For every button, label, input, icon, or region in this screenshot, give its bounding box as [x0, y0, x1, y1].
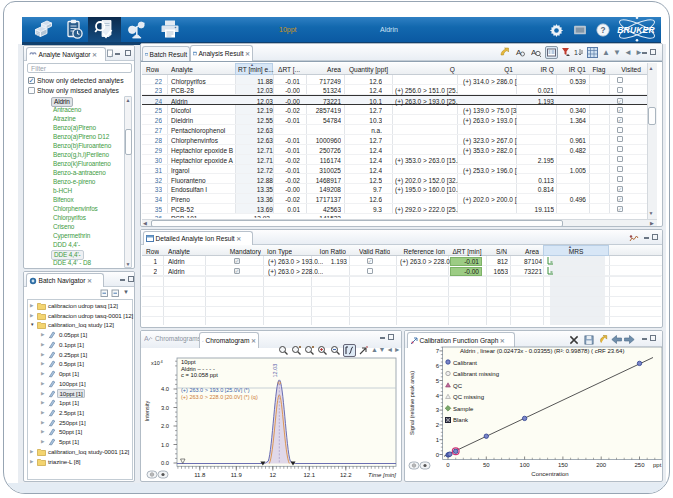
- svg-text:Signal (relative peak area): Signal (relative peak area): [409, 371, 415, 435]
- svg-text:(+) 263.0 > 228.0 [20.0V] (*): (+) 263.0 > 228.0 [20.0V] (*) (q): [181, 394, 258, 400]
- svg-text:ppt: ppt: [653, 462, 662, 468]
- svg-text:Concentration: Concentration: [531, 471, 568, 477]
- svg-text:1: 1: [574, 49, 578, 56]
- svg-text:1.0: 1.0: [161, 442, 169, 448]
- svg-text:Calibrant missing: Calibrant missing: [453, 371, 499, 377]
- svg-text:11.8: 11.8: [194, 472, 206, 478]
- svg-text:12.03: 12.03: [272, 364, 278, 378]
- svg-text:5: 5: [436, 378, 440, 384]
- svg-text:QC: QC: [453, 383, 463, 389]
- svg-text:12.2: 12.2: [340, 472, 352, 478]
- svg-text:0: 0: [436, 452, 440, 458]
- svg-text:4.0: 4.0: [161, 386, 169, 392]
- svg-text:100: 100: [520, 462, 531, 468]
- svg-text:50: 50: [483, 462, 490, 468]
- svg-text:Calibrant: Calibrant: [453, 360, 477, 366]
- svg-text:6: 6: [436, 363, 440, 369]
- svg-text:7: 7: [436, 348, 440, 354]
- svg-text:2.0: 2.0: [161, 423, 169, 429]
- svg-text:4: 4: [436, 393, 440, 399]
- svg-text:BRUKER: BRUKER: [617, 25, 655, 35]
- svg-text:2: 2: [436, 422, 440, 428]
- svg-text:Blank: Blank: [453, 417, 469, 423]
- svg-text:(+) 263.0 > 193.0 [25.0V] (*): (+) 263.0 > 193.0 [25.0V] (*): [181, 387, 250, 393]
- svg-text:0.0: 0.0: [161, 460, 169, 466]
- svg-text:c = 10.058 ppt: c = 10.058 ppt: [181, 372, 218, 378]
- svg-text:10ppt: 10ppt: [181, 359, 196, 365]
- svg-text:0: 0: [446, 462, 450, 468]
- svg-text:250: 250: [634, 462, 645, 468]
- svg-text:3: 3: [436, 407, 440, 413]
- svg-text:x10: x10: [151, 360, 160, 366]
- svg-text:150: 150: [558, 462, 569, 468]
- svg-text:4: 4: [161, 359, 164, 364]
- svg-text:Sample: Sample: [453, 406, 474, 412]
- svg-text:3.0: 3.0: [161, 405, 169, 411]
- svg-text:?: ?: [600, 26, 605, 35]
- svg-text:Aldrin , linear (0.02473x - 0.: Aldrin , linear (0.02473x - 0.03355) (R²…: [460, 348, 624, 354]
- svg-text:12.1: 12.1: [303, 472, 315, 478]
- svg-text:200: 200: [596, 462, 607, 468]
- svg-text:Aldrin – - - - -: Aldrin – - - - -: [181, 366, 215, 372]
- svg-text:11.9: 11.9: [231, 472, 243, 478]
- svg-text:Intensity: Intensity: [144, 401, 150, 422]
- svg-text:Time [min]: Time [min]: [368, 472, 396, 478]
- svg-text:QC missing: QC missing: [453, 394, 484, 400]
- svg-text:1: 1: [436, 437, 440, 443]
- svg-text:12: 12: [269, 472, 276, 478]
